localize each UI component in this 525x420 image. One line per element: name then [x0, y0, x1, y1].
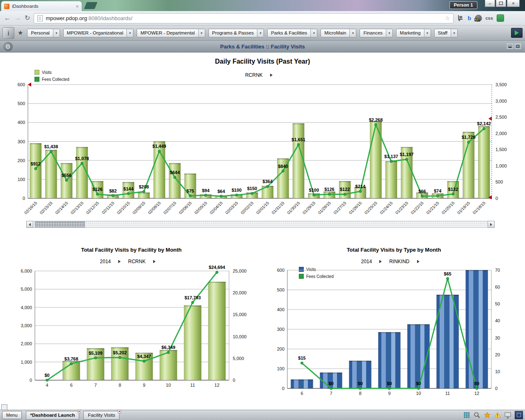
- svg-text:02/14/15: 02/14/15: [54, 200, 69, 215]
- menu-programs-passes[interactable]: Programs & Passes▼: [209, 29, 264, 37]
- badge-extension-icon[interactable]: 627: [475, 15, 482, 22]
- drill-item[interactable]: RINKIND: [389, 259, 409, 264]
- svg-text:$65: $65: [444, 271, 451, 276]
- scrollbar-thumb[interactable]: [35, 221, 85, 227]
- cart-extension-icon[interactable]: [457, 15, 464, 21]
- svg-text:$364: $364: [263, 179, 273, 184]
- grid-icon[interactable]: [463, 412, 470, 418]
- svg-text:400: 400: [277, 307, 284, 312]
- dashboard-title: Parks & Facilities :: Facility Visits: [0, 44, 525, 50]
- drill-arrow-icon[interactable]: [417, 260, 420, 263]
- drill-arrow-icon[interactable]: [118, 260, 121, 263]
- profile-button[interactable]: Person 1: [449, 1, 477, 9]
- svg-text:10: 10: [166, 383, 171, 388]
- svg-text:02/15/15: 02/15/15: [39, 200, 54, 215]
- extension-badge: 627: [475, 18, 480, 21]
- favorite-star-icon[interactable]: [484, 412, 491, 418]
- chevron-down-icon[interactable]: ▼: [198, 29, 205, 37]
- dashboard-minimize-button[interactable]: [507, 44, 513, 49]
- url-text[interactable]: mpower.pdop.org:8080/idashboards/: [46, 15, 442, 21]
- menu-label: MPOWER - Organizational: [64, 29, 126, 37]
- chevron-down-icon[interactable]: ▼: [349, 29, 356, 37]
- menu-marketing[interactable]: Marketing▼: [396, 29, 431, 37]
- tab-close-icon[interactable]: x: [118, 409, 121, 413]
- new-tab-button[interactable]: [84, 2, 98, 9]
- url-input[interactable]: mpower.pdop.org:8080/idashboards/ ☆: [34, 13, 454, 23]
- svg-text:7: 7: [94, 383, 97, 388]
- chart-scrollbar[interactable]: [26, 221, 495, 228]
- svg-text:$150: $150: [247, 186, 257, 191]
- drill-item[interactable]: 2014: [100, 259, 111, 264]
- svg-text:9: 9: [388, 391, 390, 396]
- svg-text:01/25/15: 01/25/15: [364, 200, 378, 215]
- svg-text:2,000: 2,000: [21, 341, 32, 346]
- chevron-down-icon[interactable]: ▼: [310, 29, 317, 37]
- tab-close-icon[interactable]: ×: [76, 4, 79, 9]
- b-extension-icon[interactable]: b: [468, 15, 471, 22]
- chevron-down-icon[interactable]: ▼: [451, 29, 457, 37]
- menu-label: Staff: [435, 29, 451, 37]
- close-window-button[interactable]: ×: [507, 0, 520, 7]
- green-extension-icon[interactable]: [497, 14, 504, 22]
- chevron-down-icon[interactable]: ▼: [424, 29, 431, 37]
- back-icon[interactable]: ←: [4, 15, 11, 21]
- menu-parks-facilities[interactable]: Parks & Facilities▼: [267, 29, 317, 37]
- scroll-right-button[interactable]: [488, 221, 495, 228]
- drill-arrow-icon[interactable]: [153, 260, 156, 263]
- svg-text:$126: $126: [324, 187, 334, 192]
- tab-facility-visits[interactable]: Facility Visitsx: [83, 411, 119, 420]
- menu-staff[interactable]: Staff▼: [434, 29, 458, 37]
- drill-item[interactable]: 2014: [361, 259, 372, 264]
- presentation-icon[interactable]: [504, 412, 511, 418]
- svg-text:02/02/15: 02/02/15: [240, 200, 254, 215]
- zoom-icon[interactable]: [474, 412, 480, 418]
- svg-text:$912: $912: [31, 161, 41, 166]
- play-button[interactable]: [511, 28, 523, 38]
- tab-close-icon[interactable]: x: [78, 409, 81, 413]
- favorites-star-icon[interactable]: ★: [18, 29, 23, 37]
- svg-text:500: 500: [18, 101, 25, 106]
- svg-text:4: 4: [46, 383, 48, 388]
- chevron-down-icon[interactable]: ▼: [53, 29, 60, 37]
- svg-text:600: 600: [18, 82, 25, 87]
- restore-window-button[interactable]: [496, 0, 506, 7]
- menu-mpower-organizational[interactable]: MPOWER - Organizational▼: [63, 29, 133, 37]
- visits-by-facility-chart[interactable]: 01,0002,0003,0004,0005,0006,00005,00010,…: [8, 265, 263, 396]
- reload-icon[interactable]: ↻: [25, 15, 30, 21]
- menu-mpower-departmental[interactable]: MPOWER - Departmental▼: [137, 29, 205, 37]
- resize-corner-icon[interactable]: [515, 411, 523, 419]
- dashboard-maximize-button[interactable]: [515, 44, 521, 49]
- gear-icon[interactable]: ⚙: [3, 42, 13, 51]
- minimize-window-button[interactable]: –: [485, 0, 495, 7]
- bookmark-star-icon[interactable]: ☆: [445, 15, 450, 21]
- svg-text:$100: $100: [232, 188, 241, 193]
- svg-text:1,500: 1,500: [495, 147, 507, 152]
- forward-icon[interactable]: →: [14, 15, 21, 21]
- tab-dashboard-launch[interactable]: *Dashboard Launchx: [26, 411, 80, 420]
- menu-label: Parks & Facilities: [268, 29, 310, 37]
- svg-text:8: 8: [119, 383, 121, 388]
- chevron-down-icon[interactable]: ▼: [257, 29, 264, 37]
- alert-icon[interactable]: [494, 412, 501, 418]
- chevron-down-icon[interactable]: ▼: [386, 29, 392, 37]
- url-path: :8080/idashboards/: [87, 15, 133, 21]
- idashboards-logo[interactable]: i: [2, 27, 14, 39]
- scrollbar-track[interactable]: [33, 221, 488, 228]
- drill-item[interactable]: RCRNK: [128, 259, 146, 264]
- visits-by-type-chart[interactable]: 0100200300400500600010203040506070678910…: [263, 265, 525, 402]
- css-extension-icon[interactable]: css: [486, 16, 493, 21]
- drill-arrow-icon[interactable]: [379, 260, 382, 263]
- browser-tab[interactable]: iDashboards ×: [1, 1, 82, 11]
- scroll-left-button[interactable]: [26, 221, 33, 228]
- left-chart-drill-path[interactable]: 2014RCRNK: [0, 259, 263, 264]
- menu-personal[interactable]: Personal▼: [27, 29, 60, 37]
- chevron-down-icon[interactable]: ▼: [126, 29, 133, 37]
- menu-micromain[interactable]: MicroMain▼: [321, 29, 356, 37]
- menu-finances[interactable]: Finances▼: [360, 29, 393, 37]
- daily-facility-visits-chart[interactable]: 010020030040050060005001,0001,5002,0002,…: [0, 66, 525, 218]
- page-icon[interactable]: [37, 15, 43, 21]
- svg-text:$840: $840: [278, 164, 288, 169]
- right-chart-drill-path[interactable]: 2014RINKIND: [263, 259, 525, 264]
- svg-text:02/01/15: 02/01/15: [255, 200, 270, 215]
- menu-button[interactable]: Menu: [2, 411, 22, 419]
